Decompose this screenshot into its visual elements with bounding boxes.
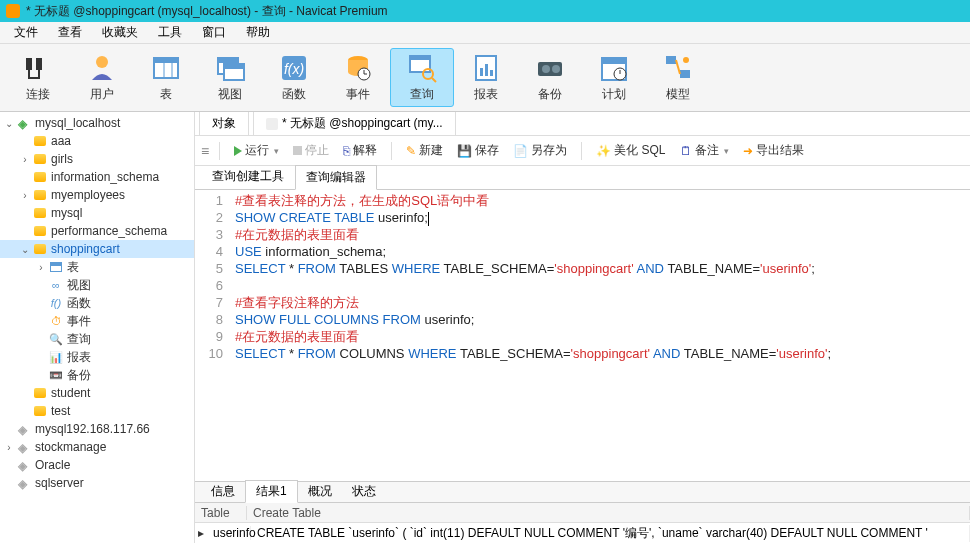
- tree-item[interactable]: information_schema: [0, 168, 194, 186]
- tree-label: Oracle: [35, 458, 70, 472]
- conn-grey-icon: ◈: [16, 440, 32, 454]
- toolbar-user-button[interactable]: 用户: [70, 48, 134, 107]
- toolbar-label: 函数: [282, 86, 306, 103]
- menu-item[interactable]: 工具: [148, 24, 192, 41]
- tree-item[interactable]: 🔍查询: [0, 330, 194, 348]
- tree-item[interactable]: ›◈stockmanage: [0, 438, 194, 456]
- note-button[interactable]: 🗒备注▾: [676, 140, 733, 161]
- toolbar-query-button[interactable]: 查询: [390, 48, 454, 107]
- tree-label: performance_schema: [51, 224, 167, 238]
- result-tab[interactable]: 信息: [201, 481, 245, 502]
- query-icon: [406, 52, 438, 84]
- tree-item[interactable]: ⏱事件: [0, 312, 194, 330]
- main-toolbar: 连接用户表视图f(x)函数事件查询报表备份计划模型: [0, 44, 970, 112]
- rpt-icon: 📊: [48, 350, 64, 364]
- col-table[interactable]: Table: [195, 506, 247, 520]
- event-icon: [342, 52, 374, 84]
- tree-item[interactable]: performance_schema: [0, 222, 194, 240]
- toolbar-label: 视图: [218, 86, 242, 103]
- menu-item[interactable]: 查看: [48, 24, 92, 41]
- new-button[interactable]: ✎新建: [402, 140, 447, 161]
- tree-item[interactable]: ›表: [0, 258, 194, 276]
- tree-item[interactable]: ›myemployees: [0, 186, 194, 204]
- tree-item[interactable]: ∞视图: [0, 276, 194, 294]
- toolbar-label: 计划: [602, 86, 626, 103]
- tree-label: 事件: [67, 313, 91, 330]
- explain-icon: ⎘: [343, 144, 350, 158]
- toolbar-connect-button[interactable]: 连接: [6, 48, 70, 107]
- tab-label: 对象: [212, 115, 236, 132]
- sql-editor[interactable]: 12345678910 #查看表注释的方法，在生成的SQL语句中看SHOW CR…: [195, 190, 970, 481]
- expand-arrow-icon[interactable]: ⌄: [18, 244, 32, 255]
- toolbar-report-button[interactable]: 报表: [454, 48, 518, 107]
- expand-arrow-icon[interactable]: ›: [2, 442, 16, 453]
- save-button[interactable]: 💾保存: [453, 140, 503, 161]
- stop-icon: [293, 146, 302, 155]
- tree-item[interactable]: aaa: [0, 132, 194, 150]
- tab-query-editor[interactable]: * 无标题 @shoppingcart (my...: [253, 112, 456, 135]
- result-tab[interactable]: 结果1: [245, 480, 298, 503]
- tab-query-builder[interactable]: 查询创建工具: [201, 164, 295, 189]
- row-indicator-icon: ▸: [195, 526, 207, 540]
- tree-item[interactable]: f()函数: [0, 294, 194, 312]
- app-icon: [6, 4, 20, 18]
- toolbar-table-button[interactable]: 表: [134, 48, 198, 107]
- tree-item[interactable]: ›girls: [0, 150, 194, 168]
- tree-item[interactable]: 📊报表: [0, 348, 194, 366]
- toolbar-function-button[interactable]: f(x)函数: [262, 48, 326, 107]
- result-header-row: Table Create Table: [195, 503, 970, 523]
- table-icon: [150, 52, 182, 84]
- tree-item[interactable]: mysql: [0, 204, 194, 222]
- toolbar-schedule-button[interactable]: 计划: [582, 48, 646, 107]
- expand-arrow-icon[interactable]: ›: [18, 154, 32, 165]
- window-title: * 无标题 @shoppingcart (mysql_localhost) - …: [26, 3, 388, 20]
- play-icon: [234, 146, 242, 156]
- line-gutter: 12345678910: [195, 190, 231, 481]
- result-tab[interactable]: 状态: [342, 481, 386, 502]
- expand-arrow-icon[interactable]: ›: [34, 262, 48, 273]
- toolbar-label: 连接: [26, 86, 50, 103]
- tree-item[interactable]: ⌄◈mysql_localhost: [0, 114, 194, 132]
- cell-create-table[interactable]: CREATE TABLE `userinfo` ( `id` int(11) D…: [251, 525, 970, 542]
- menu-item[interactable]: 文件: [4, 24, 48, 41]
- tree-item[interactable]: test: [0, 402, 194, 420]
- explain-button[interactable]: ⎘解释: [339, 140, 381, 161]
- toolbar-event-button[interactable]: 事件: [326, 48, 390, 107]
- toolbar-label: 表: [160, 86, 172, 103]
- beautify-button[interactable]: ✨美化 SQL: [592, 140, 669, 161]
- tree-label: 视图: [67, 277, 91, 294]
- run-button[interactable]: 运行▾: [230, 140, 283, 161]
- stop-button[interactable]: 停止: [289, 140, 333, 161]
- tree-item[interactable]: student: [0, 384, 194, 402]
- tab-objects[interactable]: 对象: [199, 112, 249, 135]
- menu-toggle-icon[interactable]: ≡: [201, 143, 209, 159]
- expand-arrow-icon[interactable]: ›: [18, 190, 32, 201]
- result-tab[interactable]: 概况: [298, 481, 342, 502]
- toolbar-backup-button[interactable]: 备份: [518, 48, 582, 107]
- tree-item[interactable]: ◈mysql192.168.117.66: [0, 420, 194, 438]
- tree-item[interactable]: 📼备份: [0, 366, 194, 384]
- connection-tree[interactable]: ⌄◈mysql_localhostaaa›girlsinformation_sc…: [0, 112, 195, 543]
- menu-item[interactable]: 收藏夹: [92, 24, 148, 41]
- result-row[interactable]: ▸ userinfo CREATE TABLE `userinfo` ( `id…: [195, 523, 970, 543]
- col-create-table[interactable]: Create Table: [247, 506, 970, 520]
- tree-item[interactable]: ⌄shoppingcart: [0, 240, 194, 258]
- view-icon: ∞: [48, 278, 64, 292]
- cell-table[interactable]: userinfo: [207, 526, 251, 540]
- tree-item[interactable]: ◈sqlserver: [0, 474, 194, 492]
- saveas-icon: 📄: [513, 144, 528, 158]
- toolbar-view-button[interactable]: 视图: [198, 48, 262, 107]
- result-grid[interactable]: Table Create Table ▸ userinfo CREATE TAB…: [195, 503, 970, 543]
- expand-arrow-icon[interactable]: ⌄: [2, 118, 16, 129]
- tree-label: 查询: [67, 331, 91, 348]
- db-icon: [32, 170, 48, 184]
- code-area[interactable]: #查看表注释的方法，在生成的SQL语句中看SHOW CREATE TABLE u…: [231, 190, 970, 481]
- menu-item[interactable]: 窗口: [192, 24, 236, 41]
- export-button[interactable]: ➜导出结果: [739, 140, 808, 161]
- toolbar-model-button[interactable]: 模型: [646, 48, 710, 107]
- saveas-button[interactable]: 📄另存为: [509, 140, 571, 161]
- svg-rect-10: [224, 64, 244, 69]
- tree-item[interactable]: ◈Oracle: [0, 456, 194, 474]
- menu-item[interactable]: 帮助: [236, 24, 280, 41]
- tab-sql-editor[interactable]: 查询编辑器: [295, 165, 377, 190]
